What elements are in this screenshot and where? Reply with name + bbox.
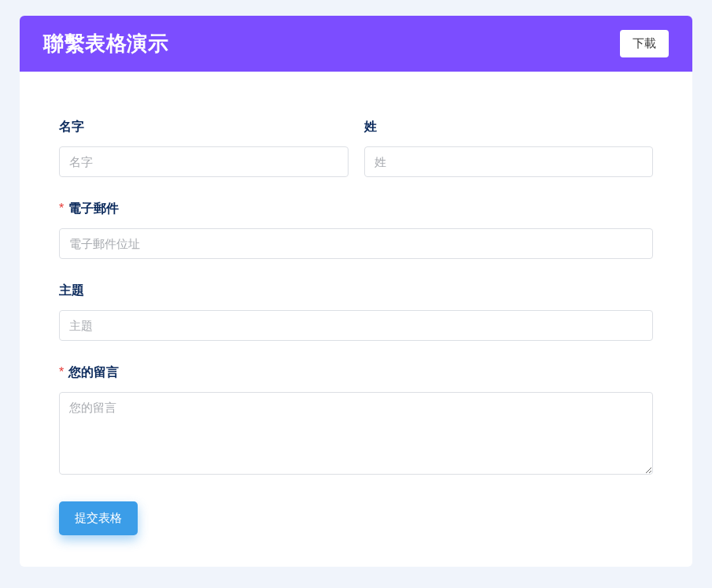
last-name-label: 姓 (364, 119, 654, 135)
last-name-input[interactable] (364, 146, 654, 177)
subject-group: 主題 (59, 283, 653, 341)
first-name-label: 名字 (59, 119, 349, 135)
subject-input[interactable] (59, 310, 653, 341)
submit-button[interactable]: 提交表格 (59, 501, 138, 535)
required-star: * (59, 365, 64, 379)
first-name-group: 名字 (59, 119, 349, 177)
name-row: 名字 姓 (59, 119, 653, 177)
email-input[interactable] (59, 228, 653, 259)
card-header: 聯繫表格演示 下載 (20, 16, 692, 72)
last-name-group: 姓 (364, 119, 654, 177)
subject-label: 主題 (59, 283, 653, 299)
email-label-text: 電子郵件 (68, 202, 119, 215)
email-group: *電子郵件 (59, 201, 653, 259)
card-title: 聯繫表格演示 (43, 30, 168, 57)
message-label-text: 您的留言 (68, 365, 119, 379)
message-label: *您的留言 (59, 364, 653, 381)
contact-form-card: 聯繫表格演示 下載 名字 姓 *電子郵件 主題 *您的留言 (20, 16, 692, 567)
required-star: * (59, 202, 64, 215)
message-group: *您的留言 (59, 364, 653, 478)
card-body: 名字 姓 *電子郵件 主題 *您的留言 提交表格 (20, 72, 692, 567)
first-name-input[interactable] (59, 146, 349, 177)
download-button[interactable]: 下載 (620, 30, 669, 57)
message-textarea[interactable] (59, 392, 653, 475)
email-label: *電子郵件 (59, 201, 653, 217)
